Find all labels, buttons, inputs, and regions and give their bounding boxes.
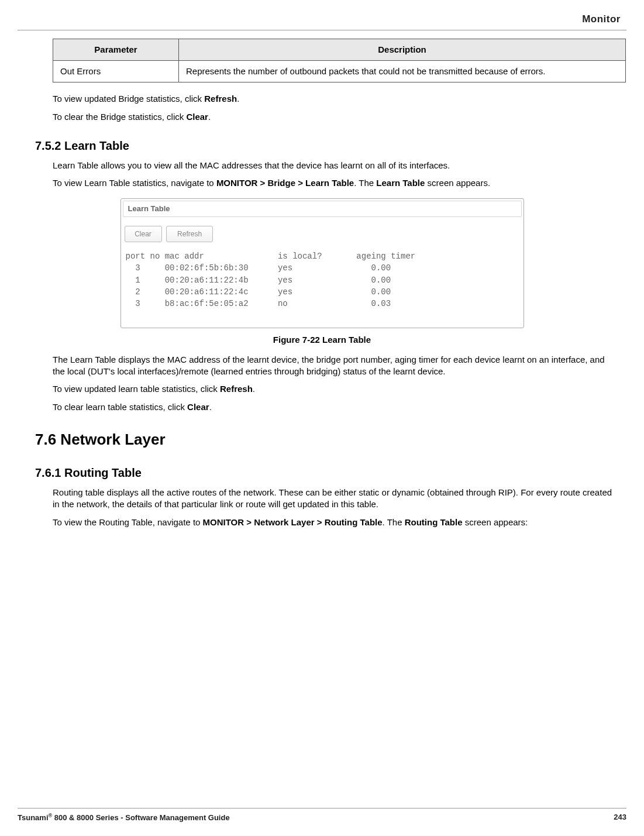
text: . [237,94,239,104]
refresh-keyword: Refresh [204,94,237,104]
col-description-header: Description [179,39,626,60]
paragraph: To view updated learn table statistics, … [53,383,603,395]
mono-row: 1 00:20:a6:11:22:4b yes 0.00 [126,276,391,285]
cell-param: Out Errors [53,61,179,82]
paragraph: To clear learn table statistics, click C… [53,401,603,413]
refresh-button[interactable]: Refresh [166,226,213,242]
clear-keyword: Clear [186,112,208,122]
figure-caption: Figure 7-22 Learn Table [120,334,524,346]
parameter-table: Parameter Description Out Errors Represe… [53,39,626,83]
text: To view the Routing Table, navigate to [53,517,203,527]
text: . [208,112,211,122]
table-row: Out Errors Represents the number of outb… [53,61,626,82]
mono-header: port no mac addr is local? ageing timer [126,252,416,261]
heading-network-layer: 7.6 Network Layer [35,429,626,450]
text: . [253,384,255,394]
paragraph: To view updated Bridge statistics, click… [53,93,603,105]
paragraph: To view Learn Table statistics, navigate… [53,177,603,189]
paragraph: To view the Routing Table, navigate to M… [53,517,615,528]
panel-title: Learn Table [123,201,522,217]
text: 800 & 8000 Series - Software Management … [52,813,229,822]
header-rule [18,30,626,30]
footer-rule [18,808,626,809]
learn-table-data: port no mac addr is local? ageing timer … [126,250,519,309]
footer-doc-title: Tsunami® 800 & 8000 Series - Software Ma… [18,812,230,823]
text: . The [383,517,405,527]
refresh-keyword: Refresh [220,384,253,394]
text: To clear the Bridge statistics, click [53,112,186,122]
paragraph: The Learn Table displays the MAC address… [53,354,615,378]
text: To view updated Bridge statistics, click [53,94,204,104]
nav-path: MONITOR > Bridge > Learn Table [216,178,354,188]
cell-desc: Represents the number of outbound packet… [179,61,626,82]
text: To view updated learn table statistics, … [53,384,220,394]
page-number: 243 [614,812,626,823]
paragraph: Routing table displays all the active ro… [53,487,615,511]
col-parameter-header: Parameter [53,39,179,60]
text: To view Learn Table statistics, navigate… [53,178,216,188]
clear-button[interactable]: Clear [125,226,162,242]
paragraph: To clear the Bridge statistics, click Cl… [53,111,603,123]
screen-name: Learn Table [376,178,425,188]
panel-button-row: Clear Refresh [121,219,524,250]
heading-learn-table: 7.5.2 Learn Table [35,138,626,154]
text: screen appears. [425,178,490,188]
heading-routing-table: 7.6.1 Routing Table [35,465,626,481]
mono-row: 3 b8:ac:6f:5e:05:a2 no 0.03 [126,299,391,308]
text: To clear learn table statistics, click [53,402,187,412]
nav-path: MONITOR > Network Layer > Routing Table [203,517,383,527]
paragraph: Learn Table allows you to view all the M… [53,160,603,171]
mono-row: 2 00:20:a6:11:22:4c yes 0.00 [126,287,391,297]
screen-name: Routing Table [405,517,463,527]
mono-row: 3 00:02:6f:5b:6b:30 yes 0.00 [126,263,391,273]
learn-table-panel: Learn Table Clear Refresh port no mac ad… [120,198,524,328]
text: Tsunami [18,813,49,822]
text: . [209,402,212,412]
text: screen appears: [463,517,528,527]
text: . The [354,178,376,188]
page-header-section: Monitor [18,13,626,26]
clear-keyword: Clear [187,402,209,412]
page-footer: Tsunami® 800 & 8000 Series - Software Ma… [18,808,626,823]
